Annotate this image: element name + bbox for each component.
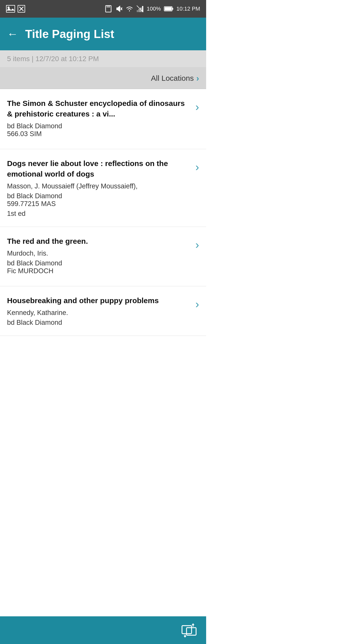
- item-title: The red and the green.: [7, 236, 190, 247]
- status-bar: 100% 10:12 PM: [0, 0, 206, 18]
- chevron-right-icon: ›: [195, 238, 199, 251]
- page-title: Title Paging List: [25, 27, 114, 41]
- svg-rect-13: [139, 9, 140, 12]
- list-item-content: Dogs never lie about love : reflections …: [7, 158, 195, 218]
- item-location: bd Black Diamond: [7, 259, 190, 267]
- location-bar[interactable]: All Locations ›: [0, 68, 206, 89]
- sd-icon: [105, 5, 112, 13]
- mute-icon: [115, 5, 123, 13]
- item-title: Housebreaking and other puppy problems: [7, 295, 190, 306]
- list-item[interactable]: Housebreaking and other puppy problems K…: [0, 286, 206, 336]
- close-icon: [18, 5, 25, 13]
- item-call-number: 566.03 SIM: [7, 130, 190, 138]
- item-location: bd Black Diamond: [7, 319, 190, 327]
- item-call-number: 599.77215 MAS: [7, 200, 190, 208]
- battery-percent: 100%: [147, 6, 161, 12]
- item-author: Kennedy, Katharine.: [7, 309, 190, 317]
- list-item-content: The red and the green. Murdoch, Iris. bd…: [7, 236, 195, 277]
- status-bar-left: [6, 5, 25, 13]
- chevron-right-icon: ›: [196, 73, 199, 83]
- item-title: Dogs never lie about love : reflections …: [7, 158, 190, 179]
- app-header: ← Title Paging List: [0, 18, 206, 50]
- chevron-right-icon: ›: [195, 101, 199, 113]
- wifi-icon: [126, 5, 133, 13]
- svg-marker-9: [116, 6, 120, 12]
- item-author: Murdoch, Iris.: [7, 250, 190, 257]
- back-button[interactable]: ←: [7, 28, 18, 39]
- chevron-right-icon: ›: [195, 161, 199, 173]
- location-label: All Locations: [151, 74, 194, 83]
- list-item[interactable]: Dogs never lie about love : reflections …: [0, 149, 206, 227]
- svg-rect-18: [165, 7, 172, 11]
- list-item[interactable]: The Simon & Schuster encyclopedia of din…: [0, 89, 206, 149]
- list-item[interactable]: The red and the green. Murdoch, Iris. bd…: [0, 227, 206, 286]
- item-author: Masson, J. Moussaieff (Jeffrey Moussaief…: [7, 182, 190, 190]
- chevron-right-icon: ›: [195, 298, 199, 310]
- svg-rect-0: [6, 5, 15, 12]
- location-button[interactable]: All Locations ›: [151, 73, 199, 83]
- image-icon: [6, 5, 15, 13]
- signal-icon: [136, 5, 144, 13]
- status-bar-right: 100% 10:12 PM: [105, 5, 200, 13]
- battery-icon: [164, 6, 173, 12]
- item-location: bd Black Diamond: [7, 122, 190, 130]
- time-display: 10:12 PM: [176, 6, 200, 12]
- item-edition: 1st ed: [7, 210, 190, 218]
- svg-rect-12: [137, 10, 138, 12]
- info-bar: 5 items | 12/7/20 at 10:12 PM: [0, 50, 206, 68]
- item-call-number: Fic MURDOCH: [7, 267, 190, 275]
- list-item-content: The Simon & Schuster encyclopedia of din…: [7, 98, 195, 140]
- items-list: The Simon & Schuster encyclopedia of din…: [0, 89, 206, 336]
- info-text: 5 items | 12/7/20 at 10:12 PM: [7, 55, 99, 63]
- list-item-content: Housebreaking and other puppy problems K…: [7, 295, 195, 327]
- svg-rect-19: [172, 8, 173, 10]
- item-location: bd Black Diamond: [7, 192, 190, 200]
- item-title: The Simon & Schuster encyclopedia of din…: [7, 98, 190, 119]
